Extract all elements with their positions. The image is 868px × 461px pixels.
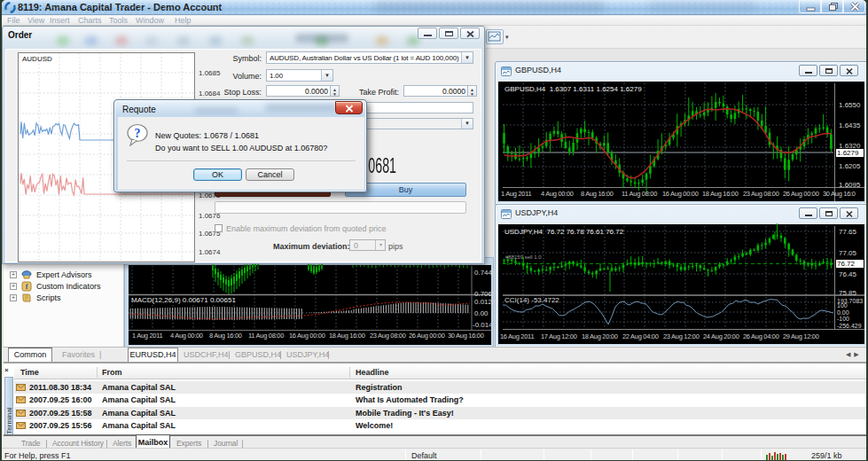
svg-text:f: f (26, 283, 28, 291)
svg-text:?: ? (135, 127, 141, 140)
